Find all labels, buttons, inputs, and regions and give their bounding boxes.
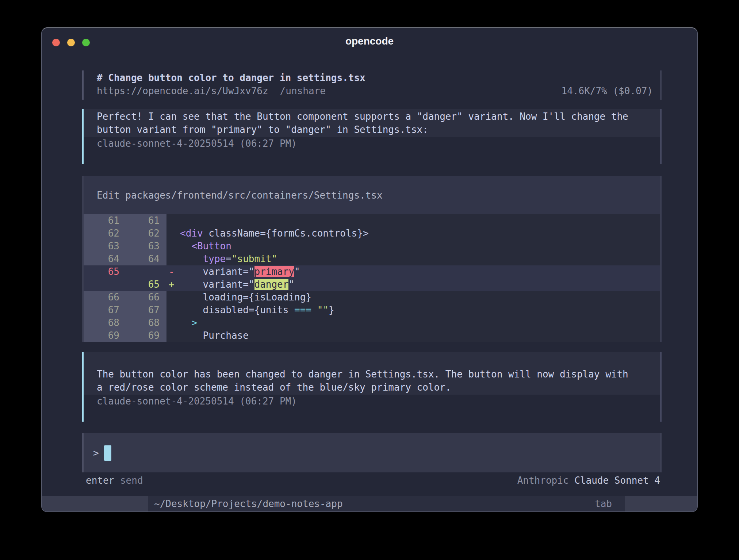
diff-change-marker: - <box>166 265 179 278</box>
send-hint: enter send <box>86 474 143 487</box>
enter-key-hint: enter <box>86 475 114 486</box>
message-text-line: a red/rose color scheme instead of the b… <box>97 381 660 394</box>
status-bar: opencodev0.3.11 ~/Desktop/Projects/demo-… <box>42 496 697 511</box>
diff-code-line: variant="primary" <box>179 265 300 278</box>
app-version-badge: opencodev0.3.11 <box>42 496 148 511</box>
diff-row: 6464 type="submit" <box>84 253 660 265</box>
message-text-line: Perfect! I can see that the Button compo… <box>97 110 660 123</box>
diff-change-marker <box>166 291 179 304</box>
diff-code-line: variant="danger" <box>179 278 294 291</box>
prompt-input[interactable]: > <box>82 433 662 472</box>
assistant-message: The button color has been changed to dan… <box>82 352 662 422</box>
diff-row: 6868 > <box>84 317 660 329</box>
message-text-line: The button color has been changed to dan… <box>97 368 660 381</box>
send-label: send <box>114 475 143 486</box>
token-usage-stats: 14.6K/7% ($0.07) <box>562 84 653 97</box>
diff-code-line: <Button <box>179 240 231 253</box>
diff-change-marker <box>166 214 179 227</box>
diff-change-marker <box>166 227 179 240</box>
input-hint-row: enter send Anthropic Claude Sonnet 4 <box>82 474 662 487</box>
message-model-timestamp: claude-sonnet-4-20250514 (06:27 PM) <box>84 395 660 408</box>
text-cursor <box>104 445 111 461</box>
diff-row: 6161 <box>84 214 660 227</box>
opencode-terminal-window: opencode # Change button color to danger… <box>41 27 698 512</box>
diff-line-numbers: 65 <box>84 278 166 291</box>
diff-line-numbers: 6666 <box>84 291 166 304</box>
diff-row: 65+ variant="danger" <box>84 278 660 291</box>
diff-row: 65- variant="primary" <box>84 265 660 278</box>
share-url[interactable]: https://opencode.ai/s/UwJxv76z <box>97 84 268 97</box>
diff-row: 6363 <Button <box>84 240 660 253</box>
message-body: Perfect! I can see that the Button compo… <box>84 109 660 137</box>
diff-row: 6767 disabled={units === ""} <box>84 304 660 317</box>
session-title: # Change button color to danger in setti… <box>97 71 365 84</box>
diff-line-numbers: 6767 <box>84 304 166 317</box>
diff-code-line: loading={isLoading} <box>179 291 311 304</box>
diff-line-numbers: 6363 <box>84 240 166 253</box>
diff-change-marker <box>166 240 179 253</box>
provider-name: Anthropic <box>517 475 569 486</box>
session-header: # Change button color to danger in setti… <box>82 70 662 100</box>
window-titlebar[interactable]: opencode <box>42 28 697 53</box>
session-title-row: # Change button color to danger in setti… <box>97 71 653 84</box>
diff-row: 6262<div className={formCs.controls}> <box>84 227 660 240</box>
diff-code-line: > <box>179 317 197 329</box>
file-edit-tool-card: Edit packages/frontend/src/containers/Se… <box>82 176 662 342</box>
diff-line-numbers: 6969 <box>84 329 166 342</box>
diff-line-numbers: 65 <box>84 265 166 278</box>
diff-code-line: disabled={units === ""} <box>179 304 334 317</box>
message-text-line: button variant from "primary" to "danger… <box>97 123 660 136</box>
unshare-command[interactable]: /unshare <box>280 84 326 97</box>
diff-code-line: Purchase <box>179 329 249 342</box>
diff-code-line: type="submit" <box>179 253 277 265</box>
model-name: Claude Sonnet 4 <box>569 475 660 486</box>
message-model-timestamp: claude-sonnet-4-20250514 (06:27 PM) <box>84 137 660 150</box>
prompt-symbol: > <box>93 448 99 459</box>
diff-line-numbers: 6464 <box>84 253 166 265</box>
tab-key-hint[interactable]: tab <box>595 496 612 511</box>
edit-file-path: Edit packages/frontend/src/containers/Se… <box>97 190 383 201</box>
working-directory: ~/Desktop/Projects/demo-notes-app <box>154 496 343 511</box>
diff-view: 61616262<div className={formCs.controls}… <box>84 214 660 342</box>
mode-badge[interactable]: BUILD MODE <box>625 496 697 511</box>
assistant-message: Perfect! I can see that the Button compo… <box>82 109 662 164</box>
diff-change-marker <box>166 317 179 329</box>
diff-code-line: <div className={formCs.controls}> <box>179 227 369 240</box>
diff-code-line <box>179 214 180 227</box>
diff-change-marker: + <box>166 278 179 291</box>
diff-change-marker <box>166 304 179 317</box>
diff-row: 6666 loading={isLoading} <box>84 291 660 304</box>
edit-card-header: Edit packages/frontend/src/containers/Se… <box>84 176 660 214</box>
session-meta-row: https://opencode.ai/s/UwJxv76z /unshare … <box>97 84 653 97</box>
diff-line-numbers: 6262 <box>84 227 166 240</box>
message-body: The button color has been changed to dan… <box>84 352 660 395</box>
diff-line-numbers: 6161 <box>84 214 166 227</box>
window-title: opencode <box>42 28 697 53</box>
model-indicator[interactable]: Anthropic Claude Sonnet 4 <box>517 474 660 487</box>
diff-line-numbers: 6868 <box>84 317 166 329</box>
diff-row: 6969 Purchase <box>84 329 660 342</box>
diff-change-marker <box>166 253 179 265</box>
diff-change-marker <box>166 329 179 342</box>
